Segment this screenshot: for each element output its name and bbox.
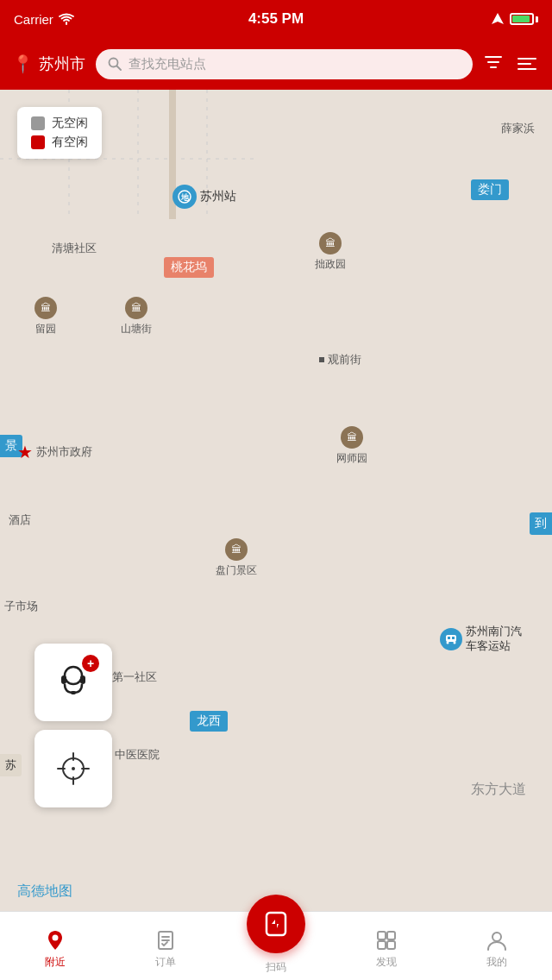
panmen-icon: 🏛 xyxy=(225,538,248,561)
tab-profile[interactable]: 我的 xyxy=(442,922,552,970)
wangshiyuan-label: 网师园 xyxy=(336,451,367,466)
gaode-map-logo: 高德地图 xyxy=(17,883,72,901)
xuejiabin-label: 薛家浜 xyxy=(501,121,535,136)
wangshiyuan-icon: 🏛 xyxy=(341,426,363,449)
red-star-icon: ★ xyxy=(17,442,33,462)
battery-icon xyxy=(510,13,538,25)
tab-bar: 附近 订单 扫码 发现 xyxy=(0,911,552,980)
customer-new-badge: + xyxy=(82,655,99,672)
loumen-label: 娄门 xyxy=(471,179,509,200)
svg-text:地: 地 xyxy=(180,193,190,202)
liuyuan-icon: 🏛 xyxy=(34,297,57,319)
tab-nearby-label: 附近 xyxy=(45,955,66,970)
suzhou-station-label: 苏州站 xyxy=(200,189,236,204)
tab-scan-label: 扫码 xyxy=(266,960,286,975)
crosshair-icon xyxy=(56,751,91,786)
legend-item-no-available: 无空闲 xyxy=(31,116,88,131)
svg-rect-72 xyxy=(387,941,395,949)
locate-button[interactable] xyxy=(34,730,112,807)
navigation-icon xyxy=(491,12,505,26)
zhuozhengyuan-marker[interactable]: 🏛 拙政园 xyxy=(315,232,346,272)
filter-button[interactable] xyxy=(483,52,504,76)
map-area[interactable]: 无空闲 有空闲 薛家浜 地 苏州站 娄门 清塘社区 桃花坞 🏛 拙政园 🏛 留园… xyxy=(0,90,552,911)
bus-icon xyxy=(440,628,462,650)
tab-scan[interactable]: 扫码 xyxy=(221,917,331,975)
svg-point-59 xyxy=(72,767,75,770)
shantangjie-icon: 🏛 xyxy=(125,297,147,319)
nanmen-bus-marker[interactable]: 苏州南门汽车客运站 xyxy=(440,625,526,654)
longxi-label: 龙西 xyxy=(190,711,228,732)
carrier-label: Carrier xyxy=(14,12,53,27)
carrier-text: Carrier xyxy=(14,12,74,27)
svg-rect-49 xyxy=(446,635,456,642)
svg-rect-50 xyxy=(448,637,450,639)
suzhou-govt-group: ★ 苏州市政府 xyxy=(17,442,92,462)
svg-point-64 xyxy=(53,935,59,941)
suzhou-govt-label: 苏州市政府 xyxy=(36,444,92,460)
taohuawu-label: 桃花坞 xyxy=(164,257,214,278)
scan-icon xyxy=(261,909,291,939)
tab-discover[interactable]: 发现 xyxy=(331,922,442,970)
nearby-icon xyxy=(44,929,66,952)
svg-point-52 xyxy=(447,641,449,644)
nanmen-bus-label: 苏州南门汽车客运站 xyxy=(466,625,526,654)
filter-icon xyxy=(483,52,504,72)
map-legend: 无空闲 有空闲 xyxy=(17,107,102,159)
customer-service-button[interactable]: + xyxy=(34,644,112,721)
customer-icon-wrap: + xyxy=(53,660,94,705)
status-time: 4:55 PM xyxy=(248,10,304,28)
svg-rect-56 xyxy=(80,675,85,684)
guanqianjie-label: 观前街 xyxy=(328,352,361,368)
hotel-label: 酒店 xyxy=(9,512,31,528)
city-name: 苏州市 xyxy=(39,53,85,74)
profile-icon xyxy=(486,929,508,952)
status-bar: Carrier 4:55 PM xyxy=(0,0,552,38)
tab-nearby[interactable]: 附近 xyxy=(0,922,110,970)
legend-color-red xyxy=(31,135,45,149)
nav-bar: 📍 苏州市 查找充电站点 xyxy=(0,38,552,90)
menu-button[interactable] xyxy=(514,54,540,73)
tab-orders-label: 订单 xyxy=(155,955,176,970)
liuyuan-label: 留园 xyxy=(35,322,56,336)
guanqianjie-dot xyxy=(319,357,324,362)
svg-rect-69 xyxy=(378,932,386,939)
scan-button[interactable] xyxy=(247,895,305,953)
status-right xyxy=(491,12,538,26)
tab-orders[interactable]: 订单 xyxy=(110,922,221,970)
legend-label-available: 有空闲 xyxy=(52,135,88,150)
market-label: 子市场 xyxy=(4,599,38,614)
panmen-label: 盘门景区 xyxy=(216,563,257,578)
zhuozhengyuan-label: 拙政园 xyxy=(315,257,346,272)
svg-rect-71 xyxy=(378,941,386,949)
liuyuan-marker[interactable]: 🏛 留园 xyxy=(34,297,57,336)
zhongyi-label: 中医医院 xyxy=(115,747,160,763)
zhuozhengyuan-icon: 🏛 xyxy=(319,232,342,254)
svg-point-54 xyxy=(65,667,82,684)
svg-rect-51 xyxy=(452,637,455,639)
shantangjie-marker[interactable]: 🏛 山塘街 xyxy=(121,297,152,336)
wangshiyuan-marker[interactable]: 🏛 网师园 xyxy=(336,426,367,466)
suzhou-station-marker[interactable]: 地 苏州站 xyxy=(172,185,236,209)
guanqianjie-label-group: 观前街 xyxy=(319,352,361,368)
city-selector[interactable]: 📍 苏州市 xyxy=(12,53,85,74)
diyi-label: 第一社区 xyxy=(112,669,157,685)
svg-point-53 xyxy=(454,641,456,644)
suzhou-partial-label: 苏 xyxy=(0,754,22,776)
suzhou-station-icon: 地 xyxy=(172,185,197,209)
search-placeholder: 查找充电站点 xyxy=(129,56,206,72)
svg-line-2 xyxy=(117,66,122,71)
svg-rect-55 xyxy=(61,675,66,684)
svg-rect-57 xyxy=(71,691,76,694)
orders-icon xyxy=(154,929,177,952)
right-edge-label: 到 xyxy=(530,512,552,535)
legend-color-gray xyxy=(31,116,45,130)
wifi-icon xyxy=(59,13,74,25)
location-pin-icon: 📍 xyxy=(12,53,34,74)
search-bar[interactable]: 查找充电站点 xyxy=(96,49,473,79)
panmen-marker[interactable]: 🏛 盘门景区 xyxy=(216,538,257,578)
discover-icon xyxy=(375,929,398,952)
shantangjie-label: 山塘街 xyxy=(121,322,152,336)
legend-item-available: 有空闲 xyxy=(31,135,88,150)
search-icon xyxy=(108,57,122,71)
svg-point-73 xyxy=(492,933,501,941)
